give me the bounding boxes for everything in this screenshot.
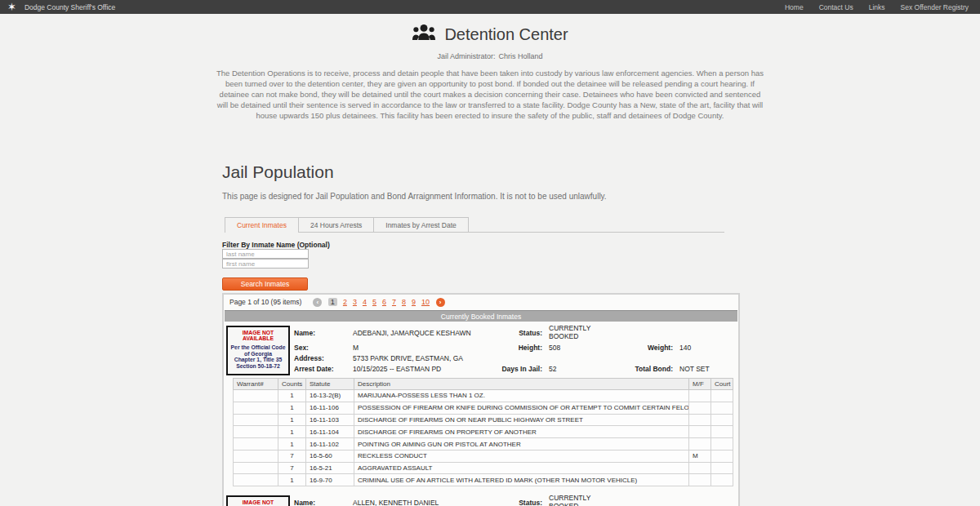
charge-court [711,474,733,486]
name-label: Name: [294,499,348,506]
jail-population-title: Jail Population [222,162,740,182]
page-number-2[interactable]: 2 [343,298,347,306]
tab-24-hours-arrests[interactable]: 24 Hours Arrests [298,217,374,232]
charges-column-header: Warrant# [234,379,278,390]
charge-mf [689,390,711,402]
search-inmates-button[interactable]: Search Inmates [222,277,308,291]
charge-description: CRIMINAL USE OF AN ARTICLE WITH ALTERED … [354,474,689,486]
charges-tbody: 116-13-2(B)MARIJUANA-POSSESS LESS THAN 1… [234,390,733,486]
charge-court [711,402,733,414]
inmate-photo-placeholder: IMAGE NOT AVAILABLE Per the Official Cod… [226,326,290,375]
weight-label: Weight: [624,344,673,352]
charge-description: DISCHARGE OF FIREARMS ON OR NEAR PUBLIC … [354,414,689,426]
inmate-photo-placeholder: IMAGE NOT AVAILABLE Per the Official Cod… [226,495,290,506]
nav-link-sex-offender-registry[interactable]: Sex Offender Registry [901,3,969,11]
sheriff-star-icon: ✶ [7,2,16,12]
charge-mf [689,402,711,414]
charge-counts: 1 [278,414,306,426]
image-not-available-text: IMAGE NOT AVAILABLE [228,330,288,341]
inmate-status: CURRENTLY BOOKED [549,325,599,340]
total-bond-label: Total Bond: [616,365,673,373]
charge-court [711,390,733,402]
admin-name: Chris Holland [499,52,543,60]
first-name-input[interactable] [222,259,309,269]
inmate-status: CURRENTLY BOOKED [549,495,599,506]
photo-code-text: Per the Official Code of Georgia Chapter… [228,344,288,369]
charge-description: POINTING OR AIMING GUN OR PISTOL AT ANOT… [354,438,689,451]
page-number-8[interactable]: 8 [402,298,406,306]
charge-warrant [234,450,278,462]
page-number-10[interactable]: 10 [421,298,430,306]
page-number-5[interactable]: 5 [372,298,376,306]
charge-counts: 1 [278,474,306,486]
charge-row: 116-11-102POINTING OR AIMING GUN OR PIST… [234,438,733,451]
charge-statute: 16-13-2(B) [306,390,354,402]
charge-row: 116-13-2(B)MARIJUANA-POSSESS LESS THAN 1… [234,390,733,402]
charge-statute: 16-5-60 [306,450,354,462]
charge-warrant [234,414,278,426]
charge-warrant [234,426,278,438]
page-number-3[interactable]: 3 [353,298,357,306]
nav-link-links[interactable]: Links [869,3,885,11]
charge-description: DISCHARGE OF FIREARMS ON PROPERTY OF ANO… [354,426,689,438]
tab-inmates-by-arrest-date[interactable]: Inmates by Arrest Date [373,217,468,232]
charge-row: 116-11-104DISCHARGE OF FIREARMS ON PROPE… [234,426,733,438]
page-number-9[interactable]: 9 [412,298,416,306]
charge-description: POSSESSION OF FIREARM OR KNIFE DURING CO… [354,402,689,414]
charge-court [711,426,733,438]
charge-statute: 16-9-70 [306,474,354,486]
inmate-arrest-date: 10/15/2025 -- EASTMAN PD [353,365,441,373]
charges-column-header: Counts [278,379,306,390]
inmate-name: ADEBANJI, JAMARQUCE KESHAWN [353,329,471,337]
charge-court [711,462,733,474]
charge-warrant [234,474,278,486]
charge-statute: 16-11-102 [306,438,354,451]
status-label: Status: [493,329,542,337]
inmates-panel: Page 1 of 10 (95 items) ‹ 12345678910 › … [222,293,740,506]
tab-current-inmates[interactable]: Current Inmates [225,217,299,233]
prev-page-button[interactable]: ‹ [313,298,322,307]
next-page-button[interactable]: › [436,298,445,307]
inmate-record: IMAGE NOT AVAILABLE Per the Official Cod… [224,324,738,378]
charge-counts: 1 [278,426,306,438]
charge-court [711,414,733,426]
charges-column-header: Statute [306,379,354,390]
page-number-7[interactable]: 7 [392,298,396,306]
pagination-pages: 12345678910 [325,298,432,306]
image-not-available-text: IMAGE NOT AVAILABLE [228,499,288,506]
status-label: Status: [493,499,542,506]
charge-warrant [234,438,278,451]
nav-link-home[interactable]: Home [785,3,804,11]
charges-column-header: M/F [689,379,711,390]
charge-row: 716-5-21AGGRAVATED ASSAULT [234,462,733,474]
charge-counts: 1 [278,402,306,414]
top-nav: HomeContact UsLinksSex Offender Registry [785,3,969,11]
charge-statute: 16-11-103 [306,414,354,426]
top-bar: ✶ Dodge County Sheriff's Office HomeCont… [0,0,980,14]
last-name-input[interactable] [222,249,309,259]
detention-description: The Detention Operations is to receive, … [213,68,767,121]
charge-mf: M [689,450,711,462]
page-title: Detention Center [444,25,568,44]
charge-row: 716-5-60RECKLESS CONDUCTM [234,450,733,462]
inmate-height: 508 [549,344,560,352]
admin-label: Jail Administrator: [437,52,495,60]
charge-counts: 7 [278,462,306,474]
charge-statute: 16-11-104 [306,426,354,438]
page-number-6[interactable]: 6 [382,298,386,306]
inmate-sex: M [353,344,359,352]
address-label: Address: [294,354,348,362]
charges-header-row: Warrant#CountsStatuteDescriptionM/FCourt [234,379,733,390]
charge-mf [689,414,711,426]
page-number-1[interactable]: 1 [328,298,337,306]
charge-warrant [234,390,278,402]
charge-counts: 1 [278,438,306,451]
charge-description: AGGRAVATED ASSAULT [354,462,689,474]
main-content: Jail Population This page is designed fo… [222,162,740,506]
charge-court [711,438,733,451]
page-number-4[interactable]: 4 [363,298,367,306]
charge-warrant [234,402,278,414]
nav-link-contact-us[interactable]: Contact Us [819,3,853,11]
height-label: Height: [493,344,542,352]
pagination: Page 1 of 10 (95 items) ‹ 12345678910 › [224,295,738,309]
